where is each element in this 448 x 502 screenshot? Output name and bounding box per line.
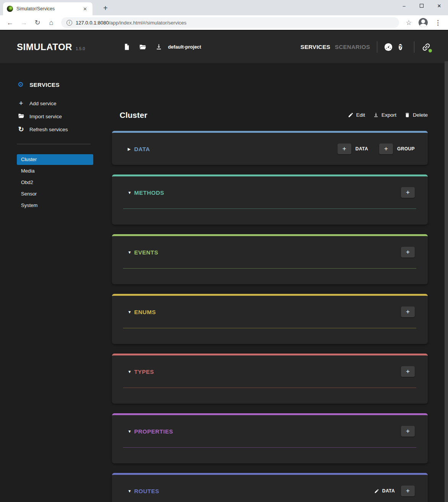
sidebar-item-cluster[interactable]: Cluster (17, 154, 93, 165)
export-button[interactable]: Export (373, 112, 396, 118)
add-data-button[interactable]: + (338, 143, 351, 154)
add-service-label: Add service (29, 101, 57, 106)
section-types: ▼ TYPES + (112, 354, 428, 404)
section-routes: ▼ ROUTES DATA + (112, 473, 428, 502)
add-method-button[interactable]: + (401, 187, 415, 198)
scrollbar[interactable] (445, 61, 448, 502)
url-path: /app/index.html#/simulator/services (109, 20, 187, 26)
profile-avatar[interactable] (419, 18, 428, 27)
project-name: default-project (168, 44, 201, 50)
favicon (7, 6, 13, 12)
url-host: 127.0.0.1:8080 (76, 20, 109, 26)
divider (377, 41, 377, 53)
section-body (112, 448, 428, 463)
close-button[interactable]: ✕ (430, 0, 448, 11)
import-service-label: Import service (29, 114, 62, 119)
nav-services[interactable]: SERVICES (300, 44, 330, 50)
pencil-icon (374, 489, 379, 494)
sidebar-item-media[interactable]: Media (17, 166, 93, 176)
section-title: ROUTES (134, 488, 159, 494)
section-divider (123, 328, 416, 328)
section-body (112, 209, 428, 225)
sidebar-item-system[interactable]: System (17, 200, 93, 211)
trash-icon (404, 112, 410, 118)
sidebar-divider (17, 144, 91, 144)
section-divider (123, 447, 416, 448)
browser-tabstrip: Simulator/Services ✕ + – ✕ (0, 0, 448, 15)
nav-scenarios[interactable]: SCENARIOS (335, 44, 370, 50)
site-info-icon[interactable]: i (67, 20, 72, 26)
sidebar-item-obd2[interactable]: Obd2 (17, 177, 93, 188)
edit-button[interactable]: Edit (348, 112, 365, 118)
services-gear-icon: ⚙ (18, 81, 24, 88)
tab-close-icon[interactable]: ✕ (81, 5, 89, 13)
refresh-icon[interactable]: ↻ (32, 18, 43, 27)
add-event-button[interactable]: + (401, 247, 415, 258)
avatar-head (421, 20, 425, 23)
section-routes-header[interactable]: ▼ ROUTES DATA + (112, 475, 428, 502)
chevron-down-icon[interactable]: ▼ (128, 370, 133, 374)
add-group-label: GROUP (397, 146, 415, 152)
add-group-button[interactable]: + (379, 143, 393, 154)
app-title: SIMULATOR (17, 42, 72, 52)
address-bar[interactable]: i 127.0.0.1:8080/app/index.html#/simulat… (61, 17, 399, 28)
minimize-button[interactable]: – (395, 0, 413, 11)
section-types-header[interactable]: ▼ TYPES + (112, 355, 428, 388)
chevron-down-icon[interactable]: ▼ (128, 191, 133, 195)
help-icon[interactable]: ? (399, 43, 407, 51)
section-properties: ▼ PROPERTIES + (112, 413, 428, 463)
chevron-right-icon[interactable]: ▶ (128, 147, 133, 151)
chevron-down-icon[interactable]: ▼ (128, 310, 133, 314)
new-tab-button[interactable]: + (100, 3, 111, 13)
page-title: Cluster (120, 111, 147, 120)
divider (414, 41, 414, 53)
connection-status-icon[interactable] (421, 42, 431, 52)
section-data-header[interactable]: ▶ DATA + DATA + GROUP (112, 133, 428, 165)
chevron-down-icon[interactable]: ▼ (128, 250, 133, 254)
sidebar-item-sensor[interactable]: Sensor (17, 189, 93, 199)
open-project-icon[interactable] (139, 43, 146, 51)
app-window: SIMULATOR 1.5.0 default-project SERVICES… (0, 30, 448, 501)
pencil-icon (348, 112, 354, 118)
save-project-icon[interactable] (155, 43, 162, 51)
download-icon (373, 112, 379, 118)
section-title: TYPES (134, 368, 154, 375)
refresh-services-button[interactable]: ↻ Refresh services (18, 123, 101, 136)
section-divider (123, 268, 416, 269)
section-body (112, 388, 428, 404)
back-icon[interactable]: ← (4, 19, 16, 27)
chevron-down-icon[interactable]: ▼ (128, 429, 133, 434)
tab-title: Simulator/Services (16, 6, 81, 11)
forward-icon[interactable]: → (18, 19, 29, 27)
add-property-button[interactable]: + (401, 426, 415, 437)
maximize-button[interactable] (413, 0, 430, 11)
add-route-button[interactable]: + (401, 486, 415, 496)
section-events: ▼ EVENTS + (112, 234, 428, 284)
import-service-button[interactable]: Import service (18, 110, 101, 123)
section-properties-header[interactable]: ▼ PROPERTIES + (112, 415, 428, 447)
connection-online-dot (429, 49, 432, 52)
avatar-body (420, 24, 427, 27)
new-project-icon[interactable] (123, 43, 130, 51)
delete-button[interactable]: Delete (404, 112, 428, 118)
section-divider (123, 388, 416, 388)
edit-route-data-button[interactable]: DATA (374, 488, 395, 494)
folder-icon (18, 112, 24, 121)
section-enums-header[interactable]: ▼ ENUMS + (112, 296, 428, 328)
add-service-button[interactable]: + Add service (18, 97, 101, 110)
section-methods-header[interactable]: ▼ METHODS + (112, 176, 428, 209)
browser-menu-icon[interactable]: ⋮ (435, 19, 441, 27)
sidebar-title: SERVICES (29, 81, 60, 88)
app-header: SIMULATOR 1.5.0 default-project SERVICES… (0, 31, 448, 63)
chevron-down-icon[interactable]: ▼ (128, 489, 133, 493)
home-icon[interactable]: ⌂ (45, 19, 57, 27)
refresh-services-label: Refresh services (29, 127, 68, 132)
add-enum-button[interactable]: + (401, 306, 415, 317)
browser-tab[interactable]: Simulator/Services ✕ (3, 2, 93, 15)
add-data-label: DATA (355, 146, 368, 152)
section-events-header[interactable]: ▼ EVENTS + (112, 236, 428, 268)
bookmark-star-icon[interactable]: ☆ (406, 19, 412, 27)
section-enums: ▼ ENUMS + (112, 294, 428, 344)
dashboard-icon[interactable] (384, 43, 393, 51)
add-type-button[interactable]: + (401, 366, 415, 377)
